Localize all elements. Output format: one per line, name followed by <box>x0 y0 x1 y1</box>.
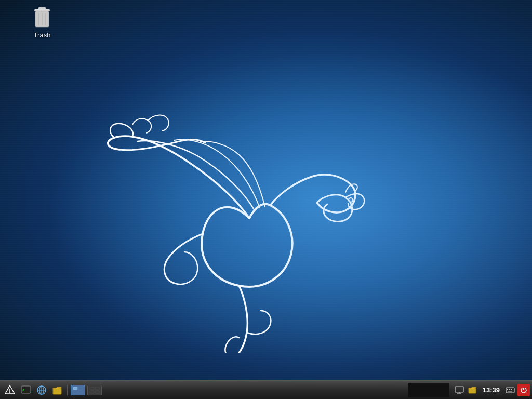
system-tray: 13:39 <box>454 384 530 396</box>
kali-menu-button[interactable] <box>2 383 18 397</box>
keyboard-tray-icon[interactable] <box>504 384 516 396</box>
svg-rect-20 <box>73 391 77 393</box>
svg-rect-33 <box>511 389 512 390</box>
workspace-2-button[interactable] <box>87 385 102 395</box>
trash-icon[interactable]: Trash <box>24 6 60 39</box>
taskbar: >_ <box>0 380 532 399</box>
kali-dragon-logo <box>52 52 442 353</box>
power-button[interactable] <box>517 384 530 396</box>
svg-point-7 <box>349 198 353 202</box>
svg-rect-31 <box>507 389 508 390</box>
svg-rect-25 <box>95 391 99 393</box>
files-button[interactable] <box>50 383 64 397</box>
workspace-1-button[interactable] <box>71 385 85 395</box>
svg-rect-17 <box>53 388 61 394</box>
svg-point-10 <box>9 392 10 393</box>
svg-rect-24 <box>90 391 94 393</box>
svg-text:>_: >_ <box>22 388 28 392</box>
taskbar-separator <box>67 385 68 395</box>
browser-button[interactable] <box>34 383 49 397</box>
svg-rect-22 <box>90 387 94 390</box>
trash-icon-image <box>32 6 52 29</box>
taskbar-right: 13:39 <box>406 383 532 397</box>
svg-rect-19 <box>78 387 83 390</box>
svg-rect-21 <box>78 391 83 393</box>
svg-rect-23 <box>95 387 99 390</box>
files-tray-icon[interactable] <box>467 384 478 396</box>
svg-rect-34 <box>508 391 512 392</box>
taskbar-left: >_ <box>0 383 406 397</box>
svg-rect-18 <box>73 387 77 390</box>
desktop: Trash <box>0 0 532 399</box>
display-tray-icon[interactable] <box>454 384 465 396</box>
svg-rect-6 <box>35 9 49 10</box>
svg-rect-32 <box>509 389 510 390</box>
system-clock[interactable]: 13:39 <box>480 386 503 394</box>
taskbar-dark-area <box>408 383 449 397</box>
terminal-button[interactable]: >_ <box>19 383 33 397</box>
trash-label: Trash <box>34 31 51 39</box>
svg-rect-26 <box>455 387 463 392</box>
